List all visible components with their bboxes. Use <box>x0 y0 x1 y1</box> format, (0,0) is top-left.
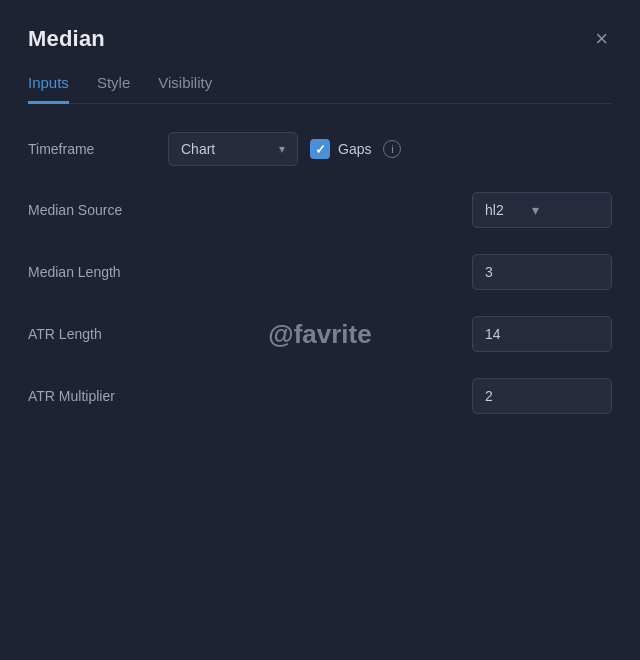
timeframe-value: Chart <box>181 141 215 157</box>
atr-multiplier-row: ATR Multiplier 2 <box>28 378 612 414</box>
median-length-row: Median Length 3 <box>28 254 612 290</box>
median-source-row: Median Source hl2 ▾ <box>28 192 612 228</box>
atr-multiplier-label: ATR Multiplier <box>28 388 168 404</box>
tab-style[interactable]: Style <box>97 74 130 104</box>
gaps-checkbox-wrapper[interactable]: ✓ Gaps <box>310 139 371 159</box>
median-length-input[interactable]: 3 <box>472 254 612 290</box>
timeframe-dropdown[interactable]: Chart ▾ <box>168 132 298 166</box>
timeframe-controls: Chart ▾ ✓ Gaps i <box>168 132 612 166</box>
tab-inputs[interactable]: Inputs <box>28 74 69 104</box>
atr-length-value: 14 <box>485 326 501 342</box>
median-source-chevron-icon: ▾ <box>532 202 539 218</box>
close-button[interactable]: × <box>591 24 612 54</box>
timeframe-row: Timeframe Chart ▾ ✓ Gaps i <box>28 132 612 166</box>
tab-visibility[interactable]: Visibility <box>158 74 212 104</box>
median-length-value: 3 <box>485 264 493 280</box>
timeframe-label: Timeframe <box>28 141 168 157</box>
median-source-dropdown[interactable]: hl2 ▾ <box>472 192 612 228</box>
median-length-label: Median Length <box>28 264 168 280</box>
tabs-container: Inputs Style Visibility <box>28 74 612 104</box>
median-source-value: hl2 <box>485 202 504 218</box>
median-source-label: Median Source <box>28 202 168 218</box>
gaps-label: Gaps <box>338 141 371 157</box>
gaps-info-icon[interactable]: i <box>383 140 401 158</box>
atr-length-label: ATR Length <box>28 326 168 342</box>
atr-length-row: ATR Length @favrite 14 <box>28 316 612 352</box>
watermark-text: @favrite <box>268 319 371 350</box>
median-source-controls: hl2 ▾ <box>472 192 612 228</box>
atr-length-input[interactable]: 14 <box>472 316 612 352</box>
timeframe-chevron-icon: ▾ <box>279 142 285 156</box>
atr-multiplier-input[interactable]: 2 <box>472 378 612 414</box>
panel-header: Median × <box>28 24 612 54</box>
panel: Median × Inputs Style Visibility Timefra… <box>0 0 640 660</box>
panel-title: Median <box>28 26 105 52</box>
checkmark-icon: ✓ <box>315 142 326 157</box>
atr-multiplier-value: 2 <box>485 388 493 404</box>
gaps-checkbox[interactable]: ✓ <box>310 139 330 159</box>
